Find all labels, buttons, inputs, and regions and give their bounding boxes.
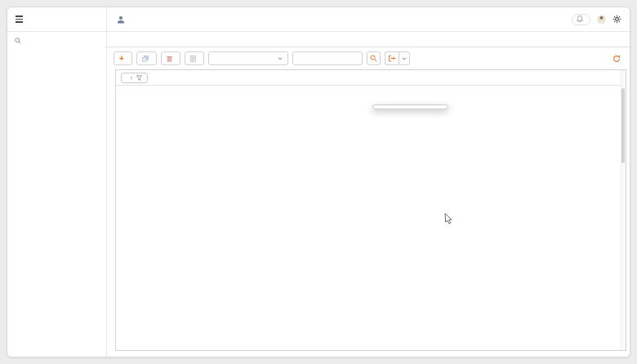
filter-funnel-icon[interactable] <box>136 75 142 81</box>
search-input[interactable] <box>292 51 363 65</box>
trash-icon <box>167 55 172 62</box>
report-icon <box>190 55 196 62</box>
new-button[interactable]: + <box>114 51 132 65</box>
refresh-icon <box>612 55 621 63</box>
search-icon <box>370 55 377 62</box>
employees-grid: ↑ <box>115 69 626 351</box>
export-split-button <box>385 51 410 65</box>
sidebar <box>7 32 107 357</box>
tab-bar <box>107 32 630 47</box>
show-in-report-button[interactable] <box>185 51 204 65</box>
top-bar <box>7 7 630 32</box>
sidebar-filter <box>7 32 106 47</box>
refresh-button[interactable] <box>609 51 623 65</box>
export-options-button[interactable] <box>399 51 410 65</box>
search-icon <box>15 38 21 44</box>
delete-button[interactable] <box>161 51 180 65</box>
toolbar: + <box>107 47 630 69</box>
export-button[interactable] <box>385 51 399 65</box>
export-icon <box>388 55 396 62</box>
chevron-down-icon <box>278 57 283 60</box>
settings-gear-icon[interactable] <box>612 12 621 27</box>
page-header <box>107 7 572 31</box>
column-context-menu <box>372 104 448 109</box>
scrollbar-thumb[interactable] <box>621 88 625 163</box>
search-button[interactable] <box>367 51 381 65</box>
sidebar-tree <box>7 47 106 50</box>
vertical-scrollbar[interactable] <box>621 70 626 350</box>
top-bar-brand <box>7 7 107 31</box>
employees-page-icon <box>117 12 125 27</box>
sort-ascending-icon: ↑ <box>130 75 133 81</box>
app-window: + ↑ <box>7 7 630 357</box>
main-area: + ↑ <box>107 32 630 357</box>
chevron-down-icon <box>402 57 407 60</box>
hamburger-menu-icon[interactable] <box>16 16 23 22</box>
clone-icon <box>142 55 149 62</box>
sidebar-filter-input[interactable] <box>25 37 91 44</box>
plus-icon: + <box>119 55 124 63</box>
user-avatar[interactable] <box>597 12 606 27</box>
group-chip-department[interactable]: ↑ <box>121 73 148 83</box>
clone-button[interactable] <box>136 51 157 65</box>
group-by-panel: ↑ <box>116 70 626 86</box>
top-bar-actions <box>572 7 630 31</box>
bell-icon <box>577 16 583 23</box>
notifications-button[interactable] <box>572 14 590 25</box>
list-view-filter-select[interactable] <box>208 51 288 65</box>
